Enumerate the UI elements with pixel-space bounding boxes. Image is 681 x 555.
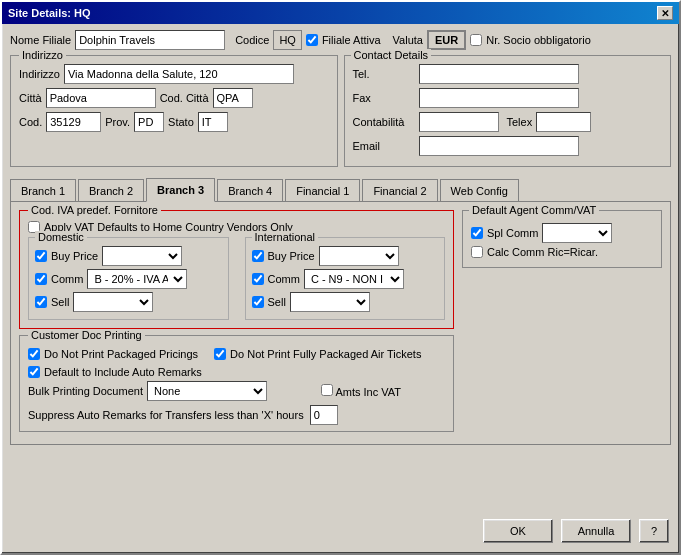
- email-input[interactable]: [419, 136, 579, 156]
- domestic-buy-price-label: Buy Price: [51, 250, 98, 262]
- indirizzo-section-title: Indirizzo: [19, 49, 66, 61]
- tab-content: Cod. IVA predef. Fornitore Apply VAT Def…: [10, 201, 671, 445]
- telex-label: Telex: [507, 116, 533, 128]
- spl-comm-checkbox[interactable]: [471, 227, 483, 239]
- domestic-title: Domestic: [35, 231, 87, 243]
- international-comm-checkbox[interactable]: [252, 273, 264, 285]
- prov-input[interactable]: [134, 112, 164, 132]
- bulk-printing-label: Bulk Printing Document: [28, 385, 143, 397]
- spl-comm-label: Spl Comm: [487, 227, 538, 239]
- suppress-label: Suppress Auto Remarks for Transfers less…: [28, 409, 304, 421]
- international-comm-label: Comm: [268, 273, 300, 285]
- no-print-air-checkbox[interactable]: [214, 348, 226, 360]
- codice-label: Codice: [235, 34, 269, 46]
- window-title: Site Details: HQ: [8, 7, 91, 19]
- tel-input[interactable]: [419, 64, 579, 84]
- telex-input[interactable]: [536, 112, 591, 132]
- tab-financial2[interactable]: Financial 2: [362, 179, 437, 201]
- domestic-comm-checkbox[interactable]: [35, 273, 47, 285]
- title-bar: Site Details: HQ ✕: [2, 2, 679, 24]
- default-include-checkbox[interactable]: [28, 366, 40, 378]
- citta-label: Città: [19, 92, 42, 104]
- tab-webconfig[interactable]: Web Config: [440, 179, 519, 201]
- filiale-attiva-checkbox[interactable]: [306, 34, 318, 46]
- domestic-sell-label: Sell: [51, 296, 69, 308]
- stato-label: Stato: [168, 116, 194, 128]
- no-print-air-label: Do Not Print Fully Packaged Air Tickets: [230, 348, 421, 360]
- cod-input[interactable]: [46, 112, 101, 132]
- tabs-row: Branch 1 Branch 2 Branch 3 Branch 4 Fina…: [10, 177, 671, 201]
- international-buy-price-label: Buy Price: [268, 250, 315, 262]
- international-title: International: [252, 231, 319, 243]
- tab-branch3[interactable]: Branch 3: [146, 178, 215, 202]
- international-buy-price-checkbox[interactable]: [252, 250, 264, 262]
- nr-socio-checkbox[interactable]: [470, 34, 482, 46]
- calc-comm-checkbox[interactable]: [471, 246, 483, 258]
- bottom-buttons: OK Annulla ?: [483, 519, 669, 543]
- tel-label: Tel.: [353, 68, 415, 80]
- valuta-label: Valuta: [393, 34, 423, 46]
- cod-label: Cod.: [19, 116, 42, 128]
- cod-citta-input[interactable]: [213, 88, 253, 108]
- help-button[interactable]: ?: [639, 519, 669, 543]
- indirizzo-label: Indirizzo: [19, 68, 60, 80]
- stato-input[interactable]: [198, 112, 228, 132]
- international-sell-checkbox[interactable]: [252, 296, 264, 308]
- international-sell-label: Sell: [268, 296, 286, 308]
- no-print-packaged-checkbox[interactable]: [28, 348, 40, 360]
- tab-branch4[interactable]: Branch 4: [217, 179, 283, 201]
- domestic-buy-price-checkbox[interactable]: [35, 250, 47, 262]
- email-label: Email: [353, 140, 415, 152]
- default-agent-title: Default Agent Comm/VAT: [469, 204, 599, 216]
- filiale-attiva-label: Filiale Attiva: [322, 34, 381, 46]
- suppress-input[interactable]: [310, 405, 338, 425]
- contact-section-title: Contact Details: [351, 49, 432, 61]
- amts-inc-vat-label: Amts Inc VAT: [335, 386, 401, 398]
- international-sell-select[interactable]: [290, 292, 370, 312]
- international-comm-select[interactable]: C - N9 - NON I: [304, 269, 404, 289]
- domestic-comm-label: Comm: [51, 273, 83, 285]
- tab-branch1[interactable]: Branch 1: [10, 179, 76, 201]
- indirizzo-input[interactable]: [64, 64, 294, 84]
- fax-input[interactable]: [419, 88, 579, 108]
- codice-value: HQ: [273, 30, 302, 50]
- amts-inc-vat-checkbox[interactable]: [321, 384, 333, 396]
- default-include-label: Default to Include Auto Remarks: [44, 366, 202, 378]
- domestic-sell-select[interactable]: [73, 292, 153, 312]
- main-window: Site Details: HQ ✕ Nome Filiale Codice H…: [0, 0, 681, 555]
- domestic-sell-checkbox[interactable]: [35, 296, 47, 308]
- spl-comm-select[interactable]: [542, 223, 612, 243]
- fax-label: Fax: [353, 92, 415, 104]
- tab-financial1[interactable]: Financial 1: [285, 179, 360, 201]
- customer-doc-title: Customer Doc Printing: [28, 329, 145, 341]
- contabilita-label: Contabilità: [353, 116, 415, 128]
- contabilita-input[interactable]: [419, 112, 499, 132]
- annulla-button[interactable]: Annulla: [561, 519, 631, 543]
- tab-branch2[interactable]: Branch 2: [78, 179, 144, 201]
- domestic-comm-select[interactable]: B - 20% - IVA A: [87, 269, 187, 289]
- nome-filiale-label: Nome Filiale: [10, 34, 71, 46]
- citta-input[interactable]: [46, 88, 156, 108]
- cod-citta-label: Cod. Città: [160, 92, 209, 104]
- calc-comm-label: Calc Comm Ric=Ricar.: [487, 246, 598, 258]
- domestic-buy-price-select[interactable]: [102, 246, 182, 266]
- close-button[interactable]: ✕: [657, 6, 673, 20]
- prov-label: Prov.: [105, 116, 130, 128]
- eur-value: EUR: [427, 30, 466, 50]
- cod-iva-title: Cod. IVA predef. Fornitore: [28, 204, 161, 216]
- bulk-printing-select[interactable]: None: [147, 381, 267, 401]
- nome-filiale-input[interactable]: [75, 30, 225, 50]
- ok-button[interactable]: OK: [483, 519, 553, 543]
- international-buy-price-select[interactable]: [319, 246, 399, 266]
- nr-socio-label: Nr. Socio obbligatorio: [486, 34, 591, 46]
- no-print-packaged-label: Do Not Print Packaged Pricings: [44, 348, 198, 360]
